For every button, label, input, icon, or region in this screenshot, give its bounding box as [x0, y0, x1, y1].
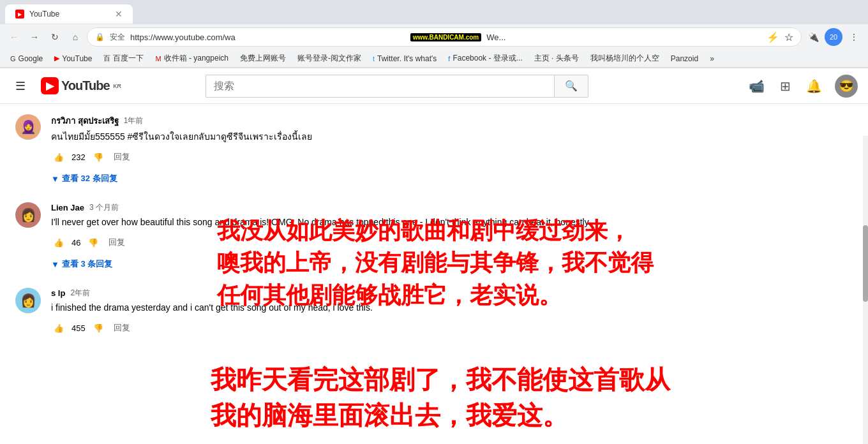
comment-text: I'll never get over how beautiful this s… — [51, 216, 623, 229]
forward-btn[interactable]: → — [26, 28, 43, 46]
bookmark-panzoid[interactable]: Panzoid — [666, 53, 703, 64]
bookmark-youtube[interactable]: ▶ YouTube — [49, 53, 97, 64]
extension-btn[interactable]: 🔌 — [804, 28, 822, 46]
comment-body: Lien Jae 3 个月前 I'll never get over how b… — [51, 202, 623, 272]
bookmark-facebook[interactable]: f Facebook - 登录或... — [443, 52, 527, 65]
dislike-btn[interactable]: 👎 — [91, 321, 106, 336]
menu-btn[interactable]: ⋮ — [845, 28, 863, 46]
bookmark-label: 主页 · 头条号 — [534, 53, 579, 64]
more-icon: » — [710, 54, 714, 63]
show-replies-label: 查看 3 条回复 — [62, 258, 112, 270]
yt-logo-text: YouTube — [61, 78, 110, 93]
comment-meta: กรวิภา สุดประเสริฐ 1年前 — [51, 114, 623, 128]
security-label: 安全 — [110, 32, 125, 43]
comment-time: 2年前 — [70, 288, 90, 299]
bookmark-label: 百度一下 — [113, 53, 144, 64]
comment-time: 1年前 — [124, 115, 144, 126]
bookmark-label: Twitter. It's what's — [377, 54, 437, 63]
show-replies-btn[interactable]: ▼ 查看 3 条回复 — [51, 256, 112, 272]
bookmarks-bar: G Google ▶ YouTube 百 百度一下 M 收件箱 - yangpe… — [0, 50, 868, 68]
bookmark-google[interactable]: G Google — [5, 53, 48, 64]
yt-header: ☰ ▶ YouTubeKR 🔍 📹 ⊞ 🔔 😎 — [0, 68, 868, 104]
show-replies-label: 查看 32 条回复 — [62, 173, 117, 184]
bookmark-personal[interactable]: 我叫杨培川的个人空 — [585, 52, 664, 65]
bookmark-gmail[interactable]: M 收件箱 - yangpeich — [150, 52, 234, 65]
like-count: 46 — [71, 238, 80, 248]
comment-body: กรวิภา สุดประเสริฐ 1年前 คนไทยมีมั้ย555555… — [51, 114, 623, 187]
comment-actions: 👍 455 👎 回复 — [51, 320, 623, 336]
comment-meta: Lien Jae 3 个月前 — [51, 202, 623, 213]
search-input[interactable] — [206, 75, 554, 98]
bookmark-more[interactable]: » — [705, 53, 719, 64]
show-replies-btn[interactable]: ▼ 查看 32 条回复 — [51, 170, 117, 187]
tab-close-btn[interactable]: ✕ — [115, 9, 123, 19]
bookmark-twitter[interactable]: t Twitter. It's what's — [368, 53, 442, 64]
like-btn[interactable]: 👍 — [51, 235, 66, 250]
reply-btn[interactable]: 回复 — [106, 234, 128, 251]
like-btn[interactable]: 👍 — [51, 150, 66, 165]
apps-btn[interactable]: ⊞ — [777, 76, 793, 96]
search-form: 🔍 — [206, 75, 588, 98]
nav-bar: ← → ↻ ⌂ 🔒 安全 https://www.youtube.com/wa … — [0, 24, 868, 50]
twitter-icon: t — [373, 55, 375, 63]
baidu-icon: 百 — [103, 54, 110, 63]
bookmark-label: Google — [19, 54, 43, 63]
scrollbar-thumb[interactable] — [863, 225, 868, 302]
comment-author: s lp — [51, 288, 65, 298]
table-row: 👩 Lien Jae 3 个月前 I'll never get over how… — [15, 202, 623, 272]
back-btn[interactable]: ← — [5, 28, 23, 46]
dislike-btn[interactable]: 👎 — [86, 235, 101, 250]
search-btn[interactable]: 🔍 — [554, 75, 588, 98]
like-btn[interactable]: 👍 — [51, 321, 66, 336]
avatar: 🧕 — [15, 114, 41, 140]
bookmark-label: Panzoid — [671, 54, 698, 63]
star-icon[interactable]: ☆ — [784, 31, 793, 43]
tab-favicon: ▶ — [15, 10, 24, 18]
reply-btn[interactable]: 回复 — [111, 320, 133, 336]
avatar-img: 👩 — [20, 207, 36, 223]
active-tab[interactable]: ▶ YouTube ✕ — [5, 4, 133, 24]
yt-logo[interactable]: ▶ YouTubeKR — [41, 77, 121, 94]
comment-author: Lien Jae — [51, 203, 84, 212]
facebook-icon: f — [448, 55, 450, 63]
google-icon: G — [10, 55, 16, 63]
avatar: 👩 — [15, 288, 41, 313]
comment-text: i finished the drama yesterday and i can… — [51, 301, 623, 314]
header-right: 📹 ⊞ 🔔 😎 — [746, 75, 858, 98]
comment-actions: 👍 46 👎 回复 — [51, 234, 623, 251]
gmail-icon: M — [155, 55, 161, 63]
yt-logo-icon: ▶ — [41, 77, 59, 94]
comment-time: 3 个月前 — [89, 202, 119, 213]
bookmark-label: 收件箱 - yangpeich — [164, 53, 228, 64]
bookmark-toutiao[interactable]: 主页 · 头条号 — [529, 52, 584, 65]
lightning-icon: ⚡ — [767, 31, 779, 43]
hamburger-menu-btn[interactable]: ☰ — [10, 74, 31, 98]
youtube-bk-icon: ▶ — [54, 54, 59, 63]
address-bar[interactable]: 🔒 安全 https://www.youtube.com/wa www.BAND… — [87, 27, 802, 47]
like-count: 455 — [71, 323, 86, 333]
profile-btn[interactable]: 20 — [825, 28, 842, 46]
refresh-btn[interactable]: ↻ — [46, 28, 64, 46]
url-text: https://www.youtube.com/wa — [130, 33, 405, 42]
bookmark-freenet[interactable]: 免费上网账号 — [235, 52, 291, 65]
url-suffix: We... — [486, 33, 761, 42]
dislike-btn[interactable]: 👎 — [91, 150, 106, 165]
table-row: 🧕 กรวิภา สุดประเสริฐ 1年前 คนไทยมีมั้ย5555… — [15, 114, 623, 187]
notifications-btn[interactable]: 🔔 — [804, 76, 825, 96]
scrollbar[interactable] — [863, 136, 868, 444]
comment-meta: s lp 2年前 — [51, 288, 623, 299]
tab-bar: ▶ YouTube ✕ — [0, 0, 868, 24]
video-camera-btn[interactable]: 📹 — [746, 76, 767, 96]
home-btn[interactable]: ⌂ — [66, 28, 84, 46]
avatar[interactable]: 😎 — [835, 75, 858, 98]
reply-btn[interactable]: 回复 — [111, 149, 133, 165]
bookmark-label: YouTube — [62, 54, 92, 63]
bookmark-baidu[interactable]: 百 百度一下 — [98, 52, 149, 65]
bookmark-label: 免费上网账号 — [240, 53, 286, 64]
main-content: ☰ ▶ YouTubeKR 🔍 📹 ⊞ 🔔 😎 🧕 กรว — [0, 68, 868, 362]
chevron-down-icon: ▼ — [51, 174, 59, 184]
avatar-img: 👩 — [20, 293, 36, 308]
bookmark-yuewen[interactable]: 账号登录-阅文作家 — [292, 52, 366, 65]
comment-actions: 👍 232 👎 回复 — [51, 149, 623, 165]
table-row: 👩 s lp 2年前 i finished the drama yesterda… — [15, 288, 623, 336]
